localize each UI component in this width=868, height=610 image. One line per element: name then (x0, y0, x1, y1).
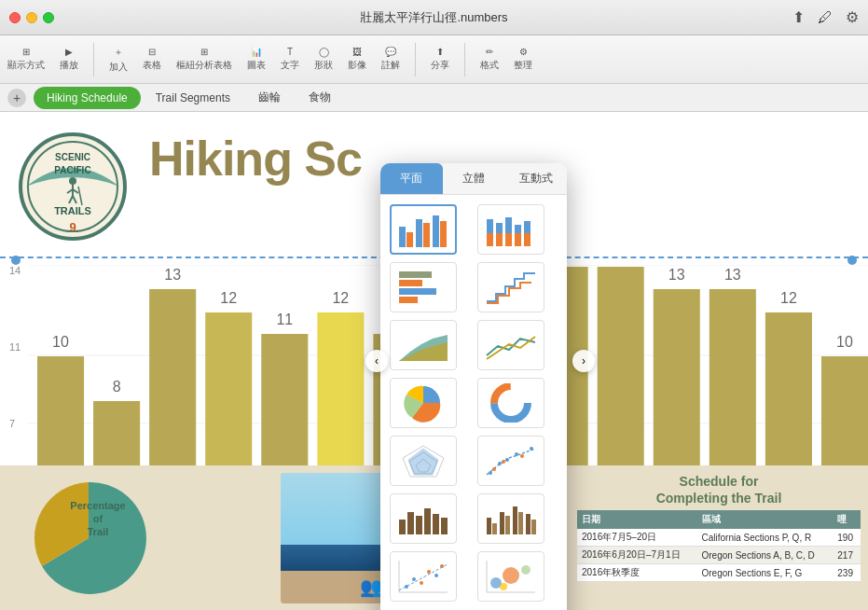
chart-thumb-area[interactable] (390, 320, 457, 370)
svg-rect-94 (500, 512, 504, 534)
play-icon: ▶ (65, 47, 73, 57)
titlebar: 壯麗太平洋行山徑.numbers ⬆ 🖊 ⚙ (0, 0, 868, 35)
svg-rect-95 (505, 516, 510, 534)
dashed-dot-left (11, 256, 21, 265)
svg-rect-47 (406, 232, 413, 247)
format-icon-tb: ✏ (486, 47, 493, 57)
svg-rect-55 (496, 233, 503, 246)
svg-rect-57 (505, 233, 512, 246)
chart-thumb-scatter2[interactable] (390, 551, 457, 602)
svg-rect-65 (399, 288, 436, 295)
share-tool[interactable]: ⬆ 分享 (431, 47, 449, 72)
logo-badge: SCENIC PACIFIC TRAILS 9 (17, 131, 129, 243)
table-row: 2016年6月20日–7月1日 Oregon Sections A, B, C,… (577, 547, 861, 564)
table-tool[interactable]: ⊟ 表格 (143, 47, 161, 72)
view-tool[interactable]: ⊞ 顯示方式 (7, 47, 45, 72)
svg-rect-49 (423, 223, 430, 247)
svg-text:8: 8 (113, 379, 121, 395)
svg-rect-89 (424, 508, 431, 534)
svg-point-103 (412, 577, 416, 581)
dashed-dot-right (847, 256, 857, 265)
organize-icon[interactable]: ⚙ (846, 8, 859, 26)
chart-thumb-scatter[interactable] (477, 436, 544, 486)
svg-rect-97 (518, 512, 523, 534)
chart-thumb-hbar[interactable] (390, 262, 457, 312)
svg-point-114 (500, 583, 507, 590)
chart-thumb-bar-grouped[interactable] (390, 204, 457, 255)
chart-thumb-donut[interactable] (477, 378, 544, 428)
svg-rect-58 (515, 225, 521, 233)
window-title: 壯麗太平洋行山徑.numbers (360, 9, 507, 26)
titlebar-right-icons: ⬆ 🖊 ⚙ (792, 8, 859, 26)
chart-thumb-radar[interactable] (390, 436, 457, 486)
share-icon[interactable]: ⬆ (792, 8, 805, 26)
svg-text:13: 13 (164, 267, 181, 283)
chart-thumb-col-grouped-small[interactable] (477, 493, 544, 544)
svg-rect-93 (492, 523, 497, 534)
tab-gear[interactable]: 齒輪 (245, 87, 294, 109)
svg-point-82 (530, 447, 533, 451)
chart-type-popup: 平面 立體 互動式 (380, 163, 567, 610)
svg-rect-54 (496, 223, 503, 233)
chart-thumb-pie[interactable] (390, 378, 457, 428)
tab-food[interactable]: 食物 (296, 87, 344, 109)
svg-text:10: 10 (836, 334, 853, 350)
format-tool[interactable]: ✏ 格式 (480, 47, 499, 72)
close-button[interactable] (9, 12, 21, 23)
svg-text:10: 10 (52, 334, 69, 350)
table-row: 2016年秋季度 Oregon Sections E, F, G 239 (577, 564, 861, 582)
chart-tool[interactable]: 📊 圖表 (247, 47, 266, 72)
chart-thumb-step[interactable] (477, 262, 544, 312)
comment-tool[interactable]: 💬 註解 (381, 47, 400, 72)
divider1 (93, 43, 94, 76)
minimize-button[interactable] (26, 12, 37, 23)
share-icon-tb: ⬆ (436, 47, 444, 57)
chart-thumb-bubble[interactable] (477, 551, 544, 602)
pivot-icon: ⊞ (200, 47, 208, 57)
popup-tab-2d[interactable]: 平面 (380, 163, 443, 194)
comment-icon: 💬 (385, 47, 396, 57)
text-tool[interactable]: T 文字 (281, 47, 299, 72)
svg-point-81 (515, 452, 518, 456)
shape-tool[interactable]: ◯ 形狀 (314, 47, 333, 72)
svg-rect-56 (505, 217, 512, 233)
svg-point-4 (69, 177, 76, 185)
svg-point-78 (489, 471, 492, 475)
chart-thumb-bar-stacked[interactable] (477, 204, 544, 255)
play-tool[interactable]: ▶ 播放 (60, 47, 78, 72)
svg-rect-52 (487, 219, 493, 233)
insert-tool[interactable]: ＋ 加入 (109, 46, 128, 74)
popup-prev-arrow[interactable]: ‹ (365, 350, 388, 372)
divider3 (464, 43, 465, 76)
popup-tab-3d[interactable]: 立體 (443, 163, 505, 194)
chart-thumb-col-small[interactable] (390, 493, 457, 544)
traffic-lights (9, 12, 54, 23)
image-icon: 🖼 (352, 47, 362, 57)
image-tool[interactable]: 🖼 影像 (348, 47, 366, 72)
popup-next-arrow[interactable]: › (572, 350, 595, 372)
svg-point-73 (503, 395, 518, 410)
col-miles: 哩 (833, 510, 861, 529)
svg-rect-61 (524, 233, 530, 246)
shape-icon: ◯ (319, 47, 329, 57)
text-icon: T (287, 47, 293, 57)
pivot-tool[interactable]: ⊞ 樞紐分析表格 (176, 47, 232, 72)
svg-rect-67 (399, 271, 432, 278)
chart-thumb-line[interactable] (477, 320, 544, 370)
tab-trail-segments[interactable]: Trail Segments (143, 87, 243, 109)
add-tab-button[interactable]: + (7, 89, 26, 107)
svg-rect-98 (526, 514, 530, 534)
organize-tool[interactable]: ⚙ 整理 (514, 47, 532, 72)
chart-icon: 📊 (251, 47, 262, 57)
svg-point-105 (427, 570, 431, 574)
tabbar: + Hiking Schedule Trail Segments 齒輪 食物 (0, 84, 868, 112)
svg-rect-92 (487, 518, 491, 534)
tab-hiking-schedule[interactable]: Hiking Schedule (34, 87, 141, 109)
svg-text:13: 13 (724, 267, 741, 283)
main-area: Hiking Sc SCENIC PACIFIC (0, 112, 868, 610)
popup-tab-interactive[interactable]: 互動式 (504, 163, 567, 194)
format-icon[interactable]: 🖊 (818, 9, 833, 26)
maximize-button[interactable] (43, 12, 54, 23)
svg-text:13: 13 (668, 267, 685, 283)
svg-rect-46 (399, 227, 406, 247)
